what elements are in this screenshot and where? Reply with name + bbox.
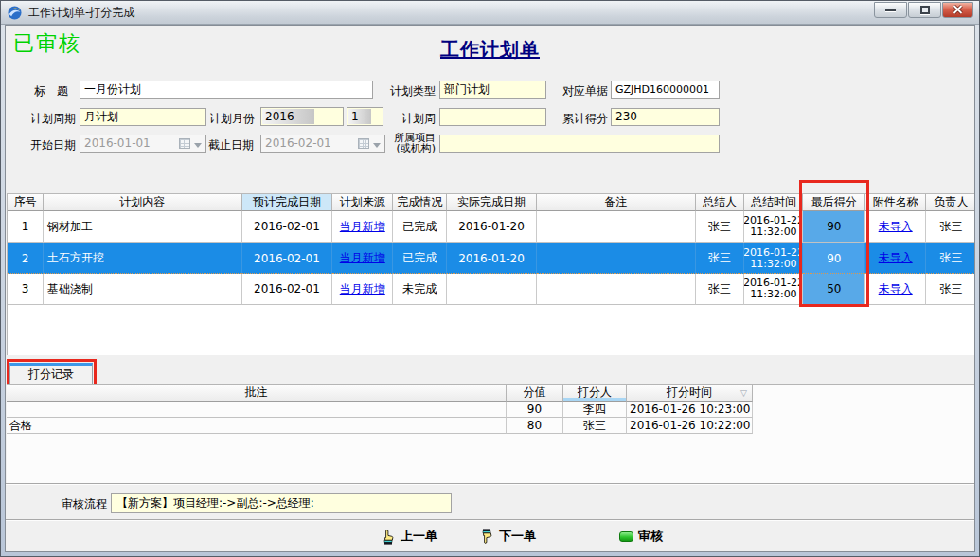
title-bar[interactable]: 工作计划单-打分完成	[1, 1, 979, 25]
col-header-source[interactable]: 计划来源	[332, 194, 393, 211]
app-window: 工作计划单-打分完成 已审核 工作计划单 标 题 一月份计划 计划类型 部门计划…	[0, 0, 980, 557]
cell-actual-date: 2016-01-20	[447, 211, 537, 243]
plan-items-grid: 序号 计划内容 预计完成日期 计划来源 完成情况 实际完成日期 备注 总结人 总…	[7, 193, 975, 355]
col-header-no[interactable]: 序号	[8, 194, 44, 211]
chevron-down-icon[interactable]	[373, 143, 381, 148]
cell-score: 80	[507, 418, 563, 434]
scoring-row[interactable]: 合格 80 张三 2016-01-26 10:22:00	[7, 418, 753, 434]
scoring-tab-page: 批注 分值 打分人 打分时间 ▽ 90 李四 2016-01-26 10:23:…	[7, 384, 975, 483]
cell-owner: 张三	[926, 274, 975, 305]
plan-period-label: 计划周期	[30, 111, 80, 127]
cell-remark	[537, 243, 696, 274]
cell-no: 3	[8, 274, 44, 305]
divider	[6, 519, 974, 521]
col-header-actual-date[interactable]: 实际完成日期	[447, 194, 537, 211]
attachment-link[interactable]: 未导入	[879, 250, 913, 266]
col-header-status[interactable]: 完成情况	[393, 194, 447, 211]
col-header-score-time[interactable]: 打分时间 ▽	[627, 385, 753, 402]
total-score-field[interactable]: 230	[611, 108, 720, 126]
cell-content: 基础浇制	[44, 274, 242, 305]
col-header-summary-time[interactable]: 总结时间	[744, 194, 803, 211]
table-row[interactable]: 3 基础浇制 2016-02-01 当月新增 未完成 张三 2016-01-22…	[8, 274, 975, 305]
source-link[interactable]: 当月新增	[340, 219, 385, 235]
tab-scoring-records[interactable]: 打分记录	[9, 363, 93, 385]
cell-content: 钢材加工	[44, 211, 242, 243]
cell-summarizer: 张三	[696, 274, 745, 305]
cell-attachment: 未导入	[865, 243, 926, 274]
grid-header-row: 序号 计划内容 预计完成日期 计划来源 完成情况 实际完成日期 备注 总结人 总…	[8, 194, 975, 211]
project-label: 所属项目 (或机构)	[386, 133, 436, 153]
cell-actual-date	[447, 274, 537, 305]
col-header-attachment[interactable]: 附件名称	[865, 194, 926, 211]
source-link[interactable]: 当月新增	[340, 250, 385, 266]
next-record-button[interactable]: 下一单	[479, 527, 536, 546]
project-field[interactable]	[439, 135, 720, 153]
col-header-comment[interactable]: 批注	[7, 385, 507, 402]
audit-label: 审核	[638, 528, 663, 545]
cell-status: 已完成	[393, 211, 447, 243]
cell-scorer: 张三	[563, 418, 627, 434]
start-date-label: 开始日期	[30, 137, 80, 153]
col-header-score[interactable]: 分值	[507, 385, 563, 402]
cell-final-score: 90	[803, 243, 865, 274]
plan-year-spinner[interactable]: 2016	[260, 107, 344, 126]
plan-month-spinner[interactable]: 1	[347, 107, 383, 126]
table-row[interactable]: 1 钢材加工 2016-02-01 当月新增 已完成 2016-01-20 张三…	[8, 211, 975, 243]
col-header-owner[interactable]: 负责人	[926, 194, 975, 211]
plan-month-value: 1	[348, 109, 371, 124]
hand-up-icon	[381, 529, 396, 545]
page-title: 工作计划单	[6, 37, 974, 63]
minimize-button[interactable]	[874, 2, 907, 18]
doc-no-field[interactable]: GZJHD160000001	[611, 81, 720, 99]
col-header-remark[interactable]: 备注	[537, 194, 696, 211]
close-button[interactable]	[942, 2, 973, 18]
cell-source: 当月新增	[332, 274, 393, 305]
cell-no: 1	[8, 211, 44, 243]
attachment-link[interactable]: 未导入	[879, 281, 913, 297]
sort-descending-icon[interactable]: ▽	[740, 388, 747, 398]
cell-remark	[537, 211, 696, 243]
window-title: 工作计划单-打分完成	[28, 5, 134, 21]
divider	[6, 483, 974, 485]
col-header-expected-date[interactable]: 预计完成日期	[242, 194, 333, 211]
plan-year-value: 2016	[262, 109, 314, 124]
cell-actual-date: 2016-01-20	[447, 243, 537, 274]
col-header-summarizer[interactable]: 总结人	[696, 194, 745, 211]
cell-source: 当月新增	[332, 243, 393, 274]
col-header-scorer[interactable]: 打分人	[563, 385, 627, 402]
cell-score-time: 2016-01-26 10:22:00	[627, 418, 753, 434]
maximize-button[interactable]	[908, 2, 941, 18]
source-link[interactable]: 当月新增	[340, 281, 385, 297]
start-date-field[interactable]: 2016-01-01	[80, 135, 206, 153]
plan-week-field[interactable]	[439, 108, 546, 126]
audit-button[interactable]: 审核	[619, 527, 663, 546]
previous-record-button[interactable]: 上一单	[381, 527, 437, 546]
summary-hms: 11:32:00	[750, 259, 796, 270]
end-date-field[interactable]: 2016-02-01	[260, 135, 385, 153]
end-date-value: 2016-02-01	[265, 136, 331, 150]
cell-attachment: 未导入	[865, 211, 926, 243]
attachment-link[interactable]: 未导入	[879, 219, 913, 235]
cell-owner: 张三	[926, 211, 975, 243]
scoring-row[interactable]: 90 李四 2016-01-26 10:23:00	[7, 402, 753, 418]
col-header-final-score[interactable]: 最后得分	[803, 194, 865, 211]
table-row-selected[interactable]: 2 土石方开挖 2016-02-01 当月新增 已完成 2016-01-20 张…	[8, 243, 975, 274]
next-record-label: 下一单	[499, 528, 536, 545]
cell-comment	[7, 402, 507, 418]
cell-source: 当月新增	[332, 211, 393, 243]
approval-flow-field[interactable]: 【新方案】项目经理:->副总:->总经理:	[111, 493, 452, 513]
cell-summary-time: 2016-01-22 11:32:00	[744, 243, 803, 274]
title-label: 标 题	[34, 83, 80, 99]
cell-score: 90	[507, 402, 563, 418]
app-logo-icon	[7, 5, 23, 21]
plan-type-field[interactable]: 部门计划	[439, 81, 546, 99]
cell-scorer: 李四	[563, 402, 627, 418]
plan-month-label: 计划月份	[202, 111, 255, 127]
col-header-content[interactable]: 计划内容	[44, 194, 242, 211]
doc-no-label: 对应单据	[557, 83, 608, 99]
cell-attachment: 未导入	[865, 274, 926, 305]
cell-status: 未完成	[393, 274, 447, 305]
minimize-icon	[885, 9, 896, 11]
plan-period-field[interactable]: 月计划	[80, 108, 206, 126]
title-field[interactable]: 一月份计划	[80, 81, 373, 99]
